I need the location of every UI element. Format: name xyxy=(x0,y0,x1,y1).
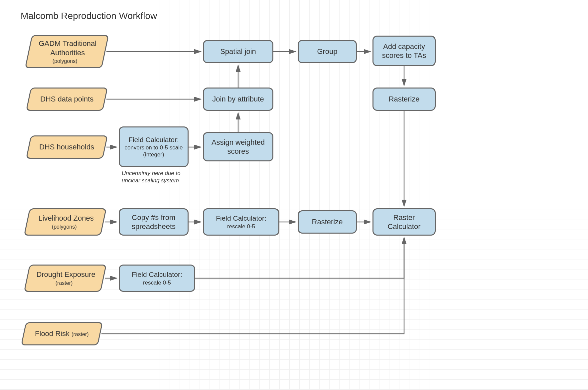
input-gadm: GADM Traditional Authorities (polygons) xyxy=(25,35,109,68)
input-dhs-points: DHS data points xyxy=(26,88,108,111)
label: Flood Risk xyxy=(35,329,70,338)
process-raster-calculator: Raster Calculator xyxy=(372,208,436,236)
diagram-canvas: Malcomb Reproduction Workflow GADM Tradi… xyxy=(0,0,588,390)
label: Field Calculator: xyxy=(216,214,266,223)
label: Join by attribute xyxy=(212,95,264,104)
process-rasterize-1: Rasterize xyxy=(372,88,436,111)
input-dhs-households: DHS households xyxy=(26,135,108,159)
label: Raster Calculator xyxy=(377,213,431,231)
sublabel: rescale 0-5 xyxy=(227,223,255,230)
process-assign-weighted-scores: Assign weighted scores xyxy=(203,132,273,161)
process-join-by-attribute: Join by attribute xyxy=(203,88,273,111)
label: Assign weighted scores xyxy=(207,138,269,156)
label: GADM Traditional Authorities xyxy=(33,39,102,57)
diagram-title: Malcomb Reproduction Workflow xyxy=(21,11,157,21)
label: Livelihood Zones xyxy=(38,214,93,223)
label: Field Calculator: xyxy=(128,135,179,144)
label: Group xyxy=(317,47,337,56)
label: Copy #s from spreadsheets xyxy=(123,213,184,231)
process-group: Group xyxy=(298,40,357,63)
sublabel: conversion to 0-5 scale (integer) xyxy=(123,144,184,158)
label: Spatial join xyxy=(220,47,256,56)
input-livelihood-zones: Livelihood Zones (polygons) xyxy=(24,208,106,236)
sublabel: (polygons) xyxy=(52,224,77,230)
annotation-uncertainty: Uncertainty here due to unclear scaling … xyxy=(122,170,192,184)
process-add-capacity: Add capacity scores to TAs xyxy=(372,36,436,66)
label: Add capacity scores to TAs xyxy=(377,42,431,60)
process-rasterize-2: Rasterize xyxy=(298,210,357,234)
label: DHS households xyxy=(39,142,94,152)
process-spatial-join: Spatial join xyxy=(203,40,273,63)
process-field-calculator-1: Field Calculator: conversion to 0-5 scal… xyxy=(119,126,189,167)
sublabel: rescale 0-5 xyxy=(143,279,171,286)
sublabel: (raster) xyxy=(72,331,89,337)
process-field-calculator-3: Field Calculator: rescale 0-5 xyxy=(119,265,195,292)
input-drought-exposure: Drought Exposure (raster) xyxy=(24,265,106,292)
label: Rasterize xyxy=(389,95,420,104)
sublabel: (polygons) xyxy=(53,58,77,65)
sublabel: (raster) xyxy=(56,280,73,287)
arrow-fc3-rastercalc xyxy=(195,238,404,278)
input-flood-risk: Flood Risk (raster) xyxy=(21,322,103,345)
process-field-calculator-2: Field Calculator: rescale 0-5 xyxy=(203,208,279,236)
label: Drought Exposure xyxy=(37,270,95,279)
process-copy-spreadsheets: Copy #s from spreadsheets xyxy=(119,208,189,236)
label: Rasterize xyxy=(312,217,343,227)
label: Field Calculator: xyxy=(132,270,182,279)
label: DHS data points xyxy=(40,95,93,104)
